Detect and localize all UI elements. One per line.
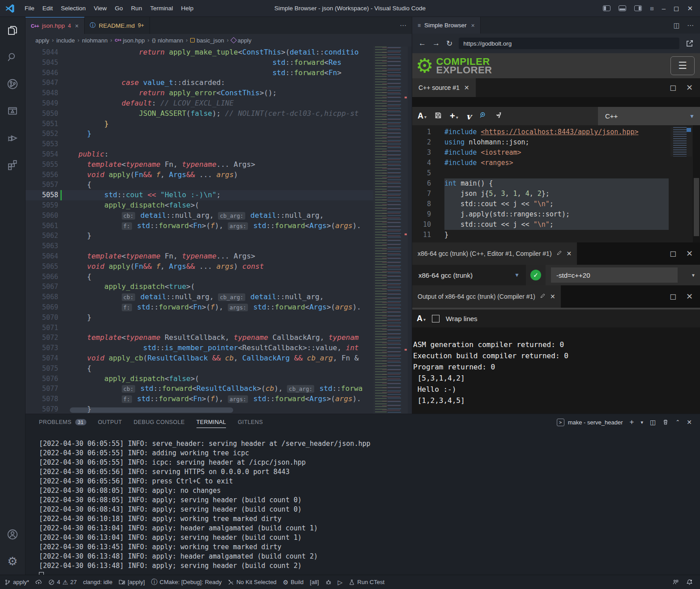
code-line[interactable]: 5047case value_t::discarded: bbox=[26, 78, 412, 88]
breadcrumb-item-basic_json[interactable]: basic_json bbox=[190, 37, 224, 44]
panel-tab-debug-console[interactable]: DEBUG CONSOLE bbox=[134, 414, 185, 430]
code-line[interactable]: 5075{ bbox=[26, 364, 412, 374]
code-line[interactable]: 5067apply_dispatch<true>( bbox=[26, 282, 412, 292]
code-line[interactable]: 5060cb: detail::null_arg, cb_arg: detail… bbox=[26, 211, 412, 221]
close-pane-icon[interactable]: ✕ bbox=[567, 250, 572, 257]
vim-mode-icon[interactable]: v bbox=[466, 111, 471, 121]
godbolt-code-line[interactable]: 6int main() { bbox=[412, 178, 700, 189]
launch-item[interactable]: ▷ bbox=[338, 579, 343, 586]
compiler-flags-input[interactable]: -std=c++20 bbox=[551, 267, 678, 283]
flags-dropdown-icon[interactable]: ▼ bbox=[691, 273, 696, 278]
breadcrumb-item-include[interactable]: include bbox=[56, 37, 75, 44]
godbolt-code-line[interactable]: 11} bbox=[412, 230, 700, 240]
font-size-button[interactable]: A▾ bbox=[418, 111, 427, 121]
code-editor[interactable]: 5044return apply_make_tuple<ConstThis>(d… bbox=[26, 47, 412, 414]
godbolt-code-line[interactable]: 5 bbox=[412, 168, 700, 178]
code-line[interactable]: 5053 bbox=[26, 139, 412, 149]
maximize-icon[interactable]: ◻ bbox=[674, 5, 679, 12]
hamburger-menu-icon[interactable]: ☰ bbox=[670, 56, 695, 75]
code-line[interactable]: 5068cb: detail::null_arg, cb_arg: detail… bbox=[26, 292, 412, 302]
live-preview-icon[interactable] bbox=[0, 97, 26, 124]
godbolt-source-editor[interactable]: 1#include <https://localhost:8443/apply/… bbox=[412, 125, 700, 242]
code-line[interactable]: 5058std::cout << "Hello :-)\n"; bbox=[26, 190, 412, 200]
toggle-sidebar-icon[interactable] bbox=[603, 5, 610, 11]
code-line[interactable]: 5066{ bbox=[26, 272, 412, 282]
language-select[interactable]: C++ ▼ bbox=[598, 107, 700, 125]
open-external-icon[interactable] bbox=[686, 39, 694, 47]
close-pane-icon[interactable]: ✕ bbox=[686, 249, 693, 258]
close-icon[interactable]: ✕ bbox=[464, 84, 470, 91]
problems-item[interactable]: 4 ⚠ 27 bbox=[48, 579, 77, 586]
compiler-explorer-logo[interactable]: COMPILER EXPLORER bbox=[436, 57, 492, 74]
url-input[interactable]: https://godbolt.org bbox=[459, 38, 679, 49]
close-pane-icon[interactable]: ✕ bbox=[686, 292, 693, 301]
code-line[interactable]: 5059apply_dispatch<false>( bbox=[26, 200, 412, 211]
godbolt-scrollbar[interactable] bbox=[693, 125, 700, 242]
reload-icon[interactable]: ↻ bbox=[446, 39, 452, 48]
breadcrumb-item-nlohmann[interactable]: nlohmann bbox=[82, 37, 107, 44]
menu-edit[interactable]: Edit bbox=[38, 5, 57, 12]
code-line[interactable]: 5064template<typename Fn, typename... Ar… bbox=[26, 251, 412, 262]
minimap[interactable] bbox=[373, 47, 408, 414]
menu-go[interactable]: Go bbox=[111, 5, 127, 12]
account-icon[interactable] bbox=[0, 521, 26, 548]
settings-gear-icon[interactable]: ⚙ bbox=[0, 548, 26, 575]
godbolt-code-line[interactable]: 9 j.apply(std::ranges::sort); bbox=[412, 209, 700, 220]
code-line[interactable]: 5057{ bbox=[26, 180, 412, 190]
minimize-icon[interactable]: – bbox=[662, 5, 666, 12]
publish-item[interactable] bbox=[35, 579, 42, 585]
code-line[interactable]: 5074void apply_cb(ResultCallback && cb, … bbox=[26, 353, 412, 364]
add-pane-button[interactable]: +▾ bbox=[450, 111, 458, 121]
zoom-search-icon[interactable] bbox=[479, 111, 487, 121]
close-panel-icon[interactable]: ✕ bbox=[687, 419, 692, 426]
rename-pane-icon[interactable] bbox=[556, 250, 562, 257]
code-line[interactable]: 5045std::forward<Res bbox=[26, 58, 412, 68]
customize-layout-icon[interactable]: ⧈ bbox=[650, 5, 653, 12]
code-line[interactable]: 5048return apply_error<ConstThis>(); bbox=[26, 88, 412, 98]
explorer-icon[interactable] bbox=[0, 17, 26, 44]
breadcrumb-item-json.hpp[interactable]: C++json.hpp bbox=[115, 37, 145, 44]
code-line[interactable]: 5052} bbox=[26, 129, 412, 139]
extensions-icon[interactable] bbox=[0, 151, 26, 178]
code-line[interactable]: 5050JSON_ASSERT(false); // NOLINT(cert-d… bbox=[26, 109, 412, 119]
menu-view[interactable]: View bbox=[90, 5, 111, 12]
new-terminal-icon[interactable]: + bbox=[630, 418, 634, 427]
panel-tab-gitlens[interactable]: GITLENS bbox=[238, 414, 263, 430]
code-line[interactable]: 5076apply_dispatch<false>( bbox=[26, 374, 412, 384]
tab-readme-md[interactable]: ⓘ README.md 9+ bbox=[85, 17, 150, 34]
kit-item[interactable]: No Kit Selected bbox=[228, 579, 277, 585]
feedback-icon[interactable] bbox=[672, 579, 679, 585]
more-actions-icon[interactable]: ⋯ bbox=[687, 21, 694, 30]
code-line[interactable]: 5069f: std::forward<Fn>(f), args: std::f… bbox=[26, 302, 412, 313]
menu-file[interactable]: File bbox=[21, 5, 38, 12]
code-line[interactable]: 5061f: std::forward<Fn>(f), args: std::f… bbox=[26, 221, 412, 231]
breadcrumb-item-apply[interactable]: apply bbox=[231, 37, 252, 44]
maximize-panel-icon[interactable]: ⌃ bbox=[675, 419, 680, 425]
close-tab-icon[interactable]: × bbox=[75, 22, 79, 30]
menu-terminal[interactable]: Terminal bbox=[146, 5, 177, 12]
source-tab[interactable]: C++ source #1 ✕ bbox=[412, 78, 476, 97]
code-line[interactable]: 5078f: std::forward<Fn>(f), args: std::f… bbox=[26, 394, 412, 404]
godbolt-code-line[interactable]: 4#include <ranges> bbox=[412, 158, 700, 168]
close-window-icon[interactable]: ✕ bbox=[687, 5, 693, 12]
code-line[interactable]: 5044return apply_make_tuple<ConstThis>(d… bbox=[26, 47, 412, 58]
breadcrumb-item-apply[interactable]: apply bbox=[35, 37, 49, 44]
compiler-pane-tab[interactable]: x86-64 gcc (trunk) (C++, Editor #1, Comp… bbox=[412, 242, 577, 265]
breadcrumb[interactable]: apply›include›nlohmann›C++json.hpp›{}nlo… bbox=[26, 34, 412, 47]
font-size-button[interactable]: A▾ bbox=[417, 314, 426, 323]
code-line[interactable]: 5070} bbox=[26, 313, 412, 323]
rename-pane-icon[interactable] bbox=[540, 293, 546, 300]
code-line[interactable]: 5056void apply(Fn&& f, Args&& ... args) bbox=[26, 170, 412, 180]
clangd-status-item[interactable]: clangd: idle bbox=[83, 579, 112, 585]
split-editor-icon[interactable]: ◫ bbox=[674, 21, 680, 30]
ctest-item[interactable]: Run CTest bbox=[349, 579, 384, 585]
forward-icon[interactable]: → bbox=[432, 39, 440, 48]
maximize-pane-icon[interactable]: ◻ bbox=[670, 292, 676, 301]
code-line[interactable]: 5063 bbox=[26, 241, 412, 251]
code-line[interactable]: 5071 bbox=[26, 323, 412, 333]
terminal-dropdown-icon[interactable]: ▾ bbox=[640, 420, 643, 425]
panel-tab-output[interactable]: OUTPUT bbox=[98, 414, 122, 430]
source-control-icon[interactable] bbox=[0, 71, 26, 97]
debug-target-item[interactable] bbox=[325, 579, 332, 585]
breadcrumb-item-nlohmann[interactable]: {}nlohmann bbox=[152, 37, 184, 44]
